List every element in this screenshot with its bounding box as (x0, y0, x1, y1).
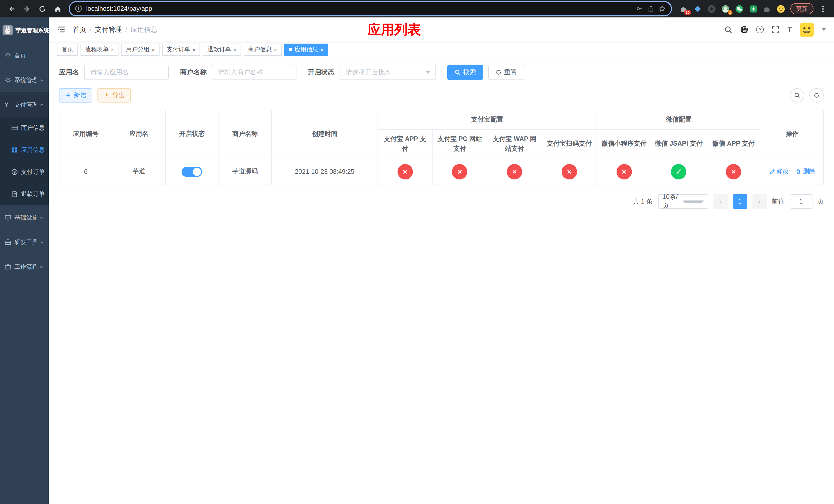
url-text[interactable]: localhost:1024/pay/app (86, 5, 632, 12)
cell-status (166, 158, 219, 185)
export-button[interactable]: 导出 (97, 88, 131, 102)
fullscreen-icon[interactable] (772, 25, 780, 33)
chevron-down-icon (40, 264, 44, 269)
merchant-name-input[interactable] (212, 65, 297, 80)
sidebar-item-payment[interactable]: ¥ 支付管理 (0, 92, 49, 117)
add-button[interactable]: 新增 (59, 88, 92, 102)
user-menu-caret-icon[interactable] (822, 28, 826, 31)
tab-user-group[interactable]: 用户分组 × (121, 43, 159, 55)
search-icon (794, 92, 800, 98)
download-icon (104, 92, 110, 98)
breadcrumb-current: 应用信息 (131, 25, 157, 34)
search-button[interactable]: 搜索 (447, 65, 483, 80)
status-select[interactable]: 请选择开启状态 (339, 65, 436, 80)
sidebar-item-workflow[interactable]: 工作流程 (0, 254, 49, 279)
briefcase-icon (5, 263, 11, 270)
breadcrumb-payment[interactable]: 支付管理 (95, 25, 122, 34)
wechat-extension-icon[interactable] (734, 4, 744, 13)
tab-process-form[interactable]: 流程表单 × (81, 43, 119, 55)
user-avatar[interactable] (799, 22, 814, 37)
search-icon[interactable] (724, 25, 733, 33)
col-wechat-lite: 微信小程序支付 (597, 130, 652, 158)
password-key-icon[interactable] (636, 5, 643, 12)
tab-merchant-info[interactable]: 商户信息 × (244, 43, 282, 55)
green-app-extension-icon[interactable] (748, 4, 758, 13)
close-icon[interactable]: × (233, 46, 237, 52)
document-icon (11, 191, 18, 198)
col-alipay-scan: 支付宝扫码支付 (542, 130, 596, 158)
pencil-icon (769, 169, 775, 174)
extension-badge: 1 (728, 10, 732, 15)
goto-page-input[interactable] (790, 194, 812, 209)
sidebar-item-pay-orders[interactable]: 支付订单 (0, 161, 49, 183)
sidebar-toggle-icon[interactable] (57, 25, 66, 34)
group-wechat-config: 微信配置 (597, 110, 761, 130)
browser-back-button[interactable] (5, 3, 18, 15)
tab-home[interactable]: 首页 (57, 43, 78, 55)
chevron-down-icon (40, 78, 44, 82)
cell-app-id: 6 (59, 158, 112, 185)
site-info-icon[interactable] (75, 5, 82, 12)
cell-created: 2021-10-23 08:49:25 (271, 158, 378, 185)
col-alipay-app: 支付宝 APP 支付 (378, 130, 432, 158)
prev-page-button[interactable]: ‹ (713, 194, 728, 209)
edit-link[interactable]: 修改 (769, 167, 789, 176)
sidebar-item-merchant-info[interactable]: 商户信息 (0, 117, 49, 139)
browser-menu-icon[interactable] (816, 3, 829, 15)
status-toggle[interactable] (181, 166, 202, 177)
status-label: 开启状态 (308, 68, 334, 77)
tab-app-info[interactable]: 应用信息 × (284, 43, 328, 55)
refresh-table-button[interactable] (809, 88, 824, 102)
share-icon[interactable] (647, 5, 655, 12)
browser-reload-button[interactable] (36, 3, 48, 15)
next-page-button[interactable]: › (752, 194, 767, 209)
close-icon[interactable]: × (274, 46, 277, 52)
browser-window: localhost:1024/pay/app 10 (0, 0, 834, 504)
page-number-button[interactable]: 1 (733, 194, 747, 209)
page-size-select[interactable]: 10条/页 (658, 194, 708, 209)
close-icon[interactable]: × (111, 46, 114, 52)
sidebar-item-infra[interactable]: 基础设施 (0, 205, 49, 230)
col-status: 开启状态 (166, 110, 219, 158)
tab-pay-orders[interactable]: 支付订单 × (162, 43, 200, 55)
extension-badge: 10 (684, 10, 691, 15)
dark-circle-extension-icon[interactable] (707, 4, 716, 13)
address-bar[interactable]: localhost:1024/pay/app (70, 2, 671, 15)
pagination: 共 1 条 10条/页 ‹ 1 › 前往 页 (59, 194, 824, 209)
alipay-pc-status-icon: × (452, 164, 467, 179)
reset-button[interactable]: 重置 (488, 65, 524, 80)
sidebar-item-devtools[interactable]: 研发工具 (0, 230, 49, 254)
bookmark-star-icon[interactable] (659, 5, 666, 12)
dark-puzzle-extension-icon[interactable] (762, 4, 771, 13)
sidebar-item-refund-orders[interactable]: 退款订单 (0, 183, 49, 205)
emoji-extension-icon[interactable] (776, 4, 785, 13)
browser-update-button[interactable]: 更新 (790, 3, 813, 14)
app-header: 首页 / 支付管理 / 应用信息 应用列表 ? (49, 18, 834, 42)
font-size-icon[interactable]: T (788, 25, 792, 33)
data-table: 应用编号 应用名 开启状态 商户名称 创建时间 支付宝配置 微信配置 操作 支付… (59, 110, 824, 185)
sidebar-item-system[interactable]: 系统管理 (0, 68, 49, 92)
gem-extension-icon[interactable] (693, 4, 702, 13)
toggle-search-button[interactable] (790, 88, 804, 102)
breadcrumb-home[interactable]: 首页 (73, 25, 86, 34)
tab-refund-orders[interactable]: 退款订单 × (203, 43, 241, 55)
close-icon[interactable]: × (320, 46, 323, 52)
close-icon[interactable]: × (152, 46, 155, 52)
avatar-extension-icon[interactable]: 1 (721, 4, 730, 13)
github-icon[interactable] (740, 25, 749, 33)
help-icon[interactable]: ? (756, 26, 764, 33)
wechat-app-status-icon: × (726, 164, 741, 179)
app-logo[interactable]: 芋道管理系统 (0, 18, 49, 43)
close-icon[interactable]: × (192, 46, 196, 52)
logo-avatar (3, 25, 13, 36)
col-app-name: 应用名 (112, 110, 166, 158)
delete-link[interactable]: 删除 (795, 167, 815, 176)
browser-forward-button[interactable] (21, 3, 33, 15)
sidebar-item-app-info[interactable]: 应用信息 (0, 139, 49, 161)
col-alipay-wap: 支付宝 WAP 网站支付 (487, 130, 542, 158)
chevron-down-icon (682, 200, 703, 203)
extensions-puzzle-icon[interactable]: 10 (679, 4, 688, 13)
app-name-input[interactable] (84, 65, 169, 80)
browser-home-button[interactable] (51, 3, 64, 15)
sidebar-item-home[interactable]: 首页 (0, 43, 49, 68)
